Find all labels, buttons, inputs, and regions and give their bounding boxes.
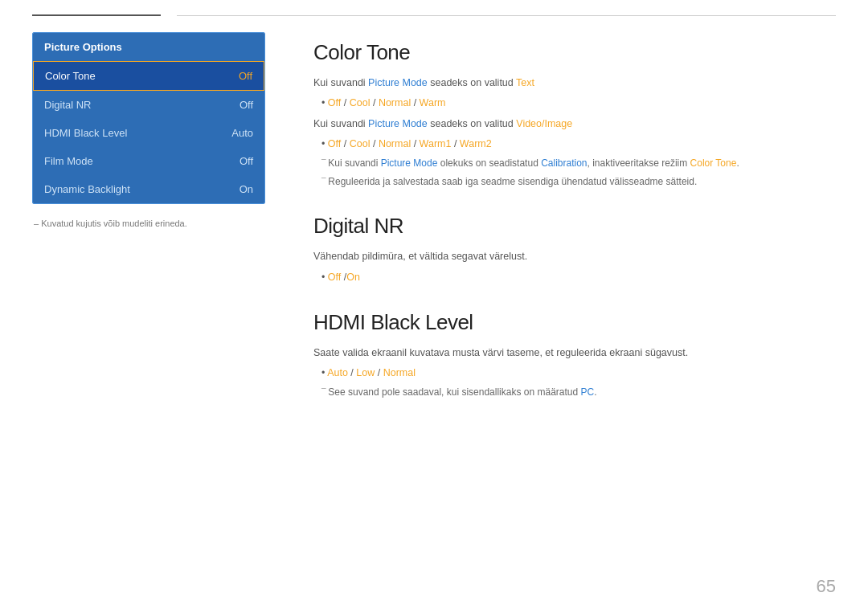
right-content: Color ToneKui suvandi Picture Mode seade… (313, 32, 836, 425)
digital-nr-description: Vähendab pildimüra, et vältida segavat v… (313, 248, 836, 265)
list-item: Off / Cool / Normal / Warm (321, 95, 836, 112)
list-item: Off / Cool / Normal / Warm1 / Warm2 (321, 136, 836, 153)
digital-nr-list: Off /On (313, 269, 836, 286)
section-title-hdmi-black-level: HDMI Black Level (313, 310, 836, 335)
menu-item-label: Film Mode (44, 155, 93, 167)
color-tone-list-1: Off / Cool / Normal / Warm (313, 95, 836, 112)
section-title-color-tone: Color Tone (313, 40, 836, 65)
section-body-color-tone: Kui suvandi Picture Mode seadeks on vali… (313, 75, 836, 190)
main-layout: Picture Options Color ToneOffDigital NRO… (0, 16, 868, 441)
list-item: Auto / Low / Normal (321, 365, 836, 382)
section-digital-nr: Digital NRVähendab pildimüra, et vältida… (313, 214, 836, 286)
color-tone-para-1: Kui suvandi Picture Mode seadeks on vali… (313, 75, 836, 92)
menu-items: Color ToneOffDigital NROffHDMI Black Lev… (33, 61, 264, 203)
hdmi-note: See suvand pole saadaval, kui sisendalli… (313, 385, 836, 400)
top-bar-line-long (177, 15, 836, 16)
picture-options-box: Picture Options Color ToneOffDigital NRO… (32, 32, 265, 204)
color-tone-note-2: Reguleerida ja salvestada saab iga seadm… (313, 174, 836, 190)
menu-item-label: Dynamic Backlight (44, 183, 130, 195)
section-body-digital-nr: Vähendab pildimüra, et vältida segavat v… (313, 248, 836, 286)
menu-item-film-mode[interactable]: Film ModeOff (33, 147, 264, 175)
page-number: 65 (817, 576, 836, 597)
hdmi-list: Auto / Low / Normal (313, 365, 836, 382)
menu-item-value: Auto (231, 127, 253, 139)
menu-item-color-tone[interactable]: Color ToneOff (33, 61, 264, 91)
menu-item-value: Off (239, 70, 252, 82)
color-tone-para-2: Kui suvandi Picture Mode seadeks on vali… (313, 116, 836, 133)
menu-item-hdmi-black-level[interactable]: HDMI Black LevelAuto (33, 119, 264, 147)
menu-item-value: Off (240, 99, 253, 111)
menu-item-label: HDMI Black Level (44, 127, 127, 139)
menu-item-label: Color Tone (45, 70, 96, 82)
menu-item-value: On (240, 183, 253, 195)
top-bar-line-short (32, 14, 161, 16)
list-item: Off /On (321, 269, 836, 286)
left-panel: Picture Options Color ToneOffDigital NRO… (32, 32, 265, 425)
section-title-digital-nr: Digital NR (313, 214, 836, 239)
top-bar (0, 0, 868, 16)
footnote: Kuvatud kujutis võib mudeliti erineda. (32, 219, 265, 228)
menu-item-value: Off (240, 155, 253, 167)
menu-item-digital-nr[interactable]: Digital NROff (33, 91, 264, 119)
section-hdmi-black-level: HDMI Black LevelSaate valida ekraanil ku… (313, 310, 836, 401)
menu-item-label: Digital NR (44, 99, 92, 111)
color-tone-list-2: Off / Cool / Normal / Warm1 / Warm2 (313, 136, 836, 153)
section-color-tone: Color ToneKui suvandi Picture Mode seade… (313, 40, 836, 190)
section-body-hdmi-black-level: Saate valida ekraanil kuvatava musta vär… (313, 345, 836, 401)
picture-options-title: Picture Options (33, 33, 264, 61)
hdmi-description: Saate valida ekraanil kuvatava musta vär… (313, 345, 836, 362)
menu-item-dynamic-backlight[interactable]: Dynamic BacklightOn (33, 175, 264, 203)
sections-container: Color ToneKui suvandi Picture Mode seade… (313, 40, 836, 401)
color-tone-note-1: Kui suvandi Picture Mode olekuks on sead… (313, 156, 836, 171)
